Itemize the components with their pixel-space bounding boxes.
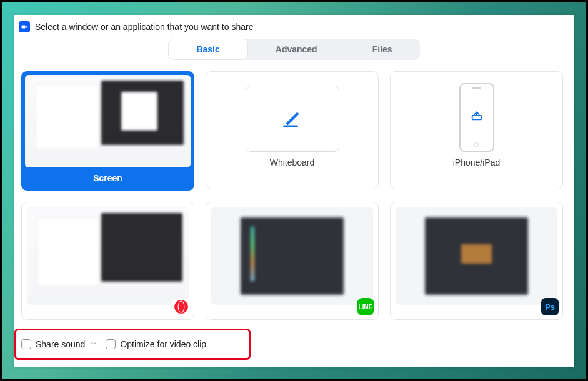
photoshop-icon: Ps <box>541 298 559 315</box>
tab-bar: Basic Advanced Files <box>14 35 574 66</box>
checkbox-icon[interactable] <box>21 339 31 349</box>
tab-files[interactable]: Files <box>345 39 420 60</box>
tab-basic[interactable]: Basic <box>168 39 247 60</box>
tile-app-opera[interactable] <box>21 202 194 320</box>
checkbox-icon[interactable] <box>106 339 116 349</box>
dialog-header: Select a window or an application that y… <box>14 15 574 35</box>
dialog-title: Select a window or an application that y… <box>35 22 253 32</box>
share-options-grid: Screen Whiteboard iPhone/iPad <box>14 66 574 320</box>
share-sound-option[interactable]: Share sound ﹀ <box>21 339 97 349</box>
tile-whiteboard-label: Whiteboard <box>270 152 315 172</box>
svg-rect-0 <box>22 26 26 29</box>
share-screen-dialog: Select a window or an application that y… <box>14 15 574 367</box>
tile-line-thumb <box>211 207 373 305</box>
svg-rect-1 <box>472 116 481 119</box>
chevron-down-icon[interactable]: ﹀ <box>91 340 97 349</box>
whiteboard-icon <box>246 86 339 152</box>
tile-screen-label: Screen <box>93 167 122 188</box>
tab-advanced[interactable]: Advanced <box>248 39 345 60</box>
tile-app-line[interactable]: LINE <box>206 202 379 320</box>
opera-icon <box>172 298 190 315</box>
iphone-icon <box>459 83 494 152</box>
tile-app-photoshop[interactable]: Ps <box>390 202 563 320</box>
share-sound-label: Share sound <box>36 339 85 349</box>
svg-point-4 <box>179 301 184 312</box>
tile-iphone-label: iPhone/iPad <box>453 152 501 172</box>
tile-iphone-ipad[interactable]: iPhone/iPad <box>390 71 563 189</box>
tile-ps-thumb <box>396 207 557 305</box>
tile-screen[interactable]: Screen <box>21 71 194 190</box>
tab-group: Basic Advanced Files <box>168 39 419 60</box>
optimize-video-option[interactable]: Optimize for video clip <box>106 339 206 349</box>
tile-opera-thumb <box>27 207 189 305</box>
footer-options-highlight: Share sound ﹀ Optimize for video clip <box>14 329 251 360</box>
optimize-label: Optimize for video clip <box>120 339 206 349</box>
tile-whiteboard[interactable]: Whiteboard <box>206 71 379 189</box>
tile-screen-thumb <box>25 75 191 167</box>
line-icon: LINE <box>357 298 374 315</box>
zoom-icon <box>19 21 30 32</box>
